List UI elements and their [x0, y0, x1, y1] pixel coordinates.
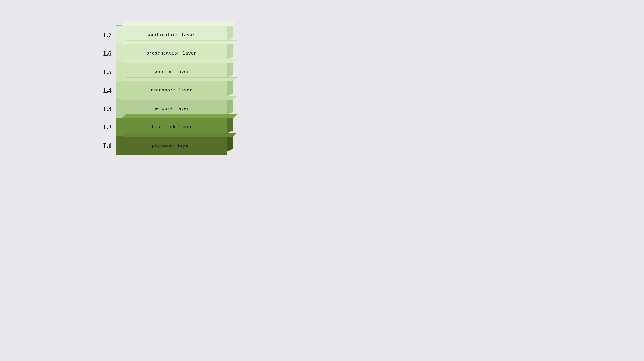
layer-name-text: presentation layer [146, 51, 197, 56]
layer-label-l5: L5 [95, 68, 112, 76]
layer-label-l4: L4 [95, 86, 112, 94]
box-top-face [122, 96, 237, 100]
box-top-face [122, 114, 237, 118]
layer-name-text: transport layer [150, 88, 192, 93]
box-top-face [122, 40, 237, 44]
layer-row-l1: L1 physical layer [95, 136, 227, 155]
layer-label-l7: L7 [95, 31, 112, 39]
box-top-face [122, 77, 237, 81]
layer-name-text: session layer [153, 69, 190, 74]
layer-label-l2: L2 [95, 123, 112, 131]
layer-name-text: application layer [148, 33, 195, 37]
layer-label-l3: L3 [95, 105, 112, 113]
box-front-face: physical layer [116, 136, 227, 155]
layer-name-text: data link layer [150, 125, 192, 130]
layer-name-text: network layer [153, 106, 190, 111]
osi-model-diagram: L7 application layer L6 presentation lay… [95, 25, 227, 155]
layer-name-text: physical layer [152, 143, 191, 148]
box-top-face [122, 59, 237, 63]
box-top-face [122, 133, 237, 137]
box-top-face [122, 22, 237, 26]
layer-label-l1: L1 [95, 142, 112, 150]
layer-box-l1: physical layer [116, 136, 227, 155]
layer-label-l6: L6 [95, 49, 112, 57]
